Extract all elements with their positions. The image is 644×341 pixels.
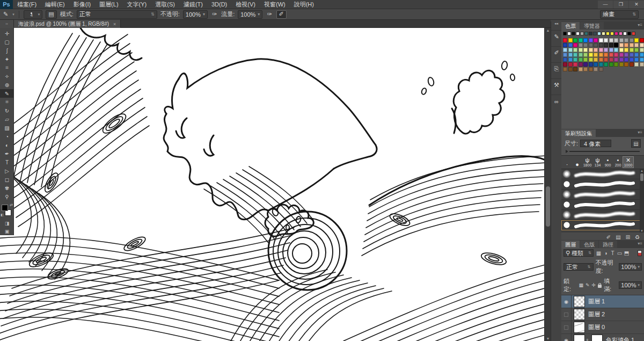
move-tool[interactable]: ✛ (0, 29, 14, 38)
color-swatch[interactable] (563, 57, 567, 62)
scroll-up-icon[interactable]: ▲ (640, 169, 644, 172)
color-swatch[interactable] (614, 57, 618, 62)
color-swatch[interactable] (609, 48, 613, 52)
filter-adjustment-icon[interactable]: ◑ (602, 250, 609, 256)
brush-tool[interactable]: ✎ (0, 89, 14, 98)
color-swatch[interactable] (568, 67, 573, 71)
lock-paint-icon[interactable]: ✎ (586, 282, 590, 288)
color-swatch[interactable] (640, 48, 644, 52)
color-swatch[interactable] (609, 53, 613, 57)
scroll-down-icon[interactable]: ▼ (640, 229, 644, 233)
color-swatch[interactable] (619, 48, 624, 52)
color-swatch[interactable] (594, 53, 598, 57)
swap-colors-icon[interactable]: ⇄ (10, 203, 13, 207)
brush-preset-row[interactable] (561, 220, 644, 230)
color-swatch[interactable] (583, 43, 588, 47)
recent-swatch[interactable] (632, 32, 635, 35)
color-swatch[interactable] (604, 53, 608, 57)
color-swatch[interactable] (624, 43, 628, 47)
minimize-button[interactable]: — (598, 1, 613, 9)
layer-opacity-field[interactable]: 100%▾ (619, 263, 642, 271)
brush-preset-row[interactable] (561, 169, 644, 179)
color-swatch[interactable] (624, 48, 628, 52)
canvas[interactable] (0, 28, 544, 341)
color-swatch[interactable] (640, 57, 644, 62)
layer-fill-field[interactable]: 100%▾ (619, 281, 642, 289)
menu-item-3[interactable]: 圖層(L) (95, 0, 122, 9)
color-swatch[interactable] (573, 53, 577, 57)
color-swatch[interactable] (583, 57, 588, 62)
crop-tool[interactable]: ⌗ (0, 63, 14, 72)
delete-icon[interactable]: ♻ (635, 234, 640, 240)
eyedropper-tool[interactable]: ✧ (0, 72, 14, 81)
blend-mode-select[interactable]: 正常⇅ (564, 263, 594, 271)
color-swatch[interactable] (609, 62, 613, 67)
color-swatch[interactable] (563, 43, 567, 47)
pen-tool[interactable]: ✒ (0, 149, 14, 158)
pressure-size-icon[interactable]: ✑ (266, 11, 273, 18)
pressure-opacity-icon[interactable]: ✑ (211, 11, 218, 18)
color-swatch[interactable] (589, 67, 593, 71)
type-tool[interactable]: T (0, 158, 14, 166)
color-swatch[interactable] (634, 38, 639, 42)
recent-swatch[interactable] (572, 32, 575, 35)
lock-move-icon[interactable]: ✛ (592, 282, 596, 288)
brush-type[interactable]: · (562, 157, 572, 168)
color-swatch[interactable] (619, 57, 624, 62)
recent-swatch[interactable] (619, 32, 623, 35)
menu-item-1[interactable]: 編輯(E) (41, 0, 69, 9)
recent-swatch[interactable] (589, 32, 592, 35)
brush-tool-icon[interactable]: ✎ (2, 11, 9, 18)
magic-wand-tool[interactable]: ✦ (0, 55, 14, 63)
brush-stroke-icon[interactable]: ✐ (606, 234, 611, 240)
menu-item-2[interactable]: 影像(I) (69, 0, 95, 9)
color-swatch[interactable] (604, 38, 608, 42)
color-swatch[interactable] (583, 67, 588, 71)
color-swatch[interactable] (634, 62, 639, 67)
brush-type[interactable]: •200 (613, 157, 623, 168)
brush-type[interactable]: ✕1000 (623, 157, 633, 168)
layer-row[interactable]: ◉∞色彩填色 1 (561, 334, 644, 341)
default-colors-icon[interactable]: ◧ (1, 213, 4, 216)
color-swatch[interactable] (589, 48, 593, 52)
recent-swatch[interactable] (584, 32, 588, 35)
color-swatch[interactable] (599, 67, 603, 71)
color-swatch[interactable] (568, 48, 573, 52)
gradient-tool[interactable]: ▨ (0, 124, 14, 132)
layer-row[interactable]: 圖層 2 (561, 308, 644, 321)
brush-type[interactable]: ● (572, 157, 582, 168)
color-swatch[interactable] (568, 57, 573, 62)
color-swatch[interactable] (568, 38, 573, 42)
new-preset-icon[interactable]: ⊞ (626, 234, 630, 240)
blur-tool[interactable]: ◔ (0, 132, 14, 141)
color-swatches-control[interactable]: ⇄ ◧ (0, 203, 14, 219)
brush-lock-icon[interactable]: ▤ (631, 139, 641, 148)
color-swatch[interactable] (589, 38, 593, 42)
visibility-eye-icon[interactable]: ◉ (561, 334, 572, 341)
brush-presets-icon[interactable]: ✐ (551, 46, 562, 59)
toggle-brush-panel-button[interactable]: ▤ (46, 10, 56, 19)
color-swatch[interactable] (624, 53, 628, 57)
color-swatch[interactable] (624, 57, 628, 62)
color-swatch[interactable] (614, 48, 618, 52)
filter-shape-icon[interactable]: ▭ (616, 250, 623, 256)
layer-thumbnail[interactable] (574, 322, 585, 333)
color-swatch[interactable] (624, 62, 628, 67)
color-swatch[interactable] (583, 48, 588, 52)
recent-swatch[interactable] (610, 32, 614, 35)
color-swatch[interactable] (630, 43, 634, 47)
workspace-select[interactable]: 繪畫⇅ (600, 10, 639, 19)
layer-row[interactable]: ◉圖層 1 (561, 295, 644, 308)
color-swatch[interactable] (604, 62, 608, 67)
tool-presets-icon[interactable]: ⚒ (551, 78, 562, 91)
color-swatch[interactable] (599, 57, 603, 62)
color-swatch[interactable] (568, 53, 573, 57)
zoom-tool[interactable]: ⚲ (0, 192, 14, 201)
color-swatch[interactable] (609, 38, 613, 42)
visibility-empty-box[interactable] (561, 308, 572, 321)
menu-item-8[interactable]: 檢視(V) (231, 0, 260, 9)
color-swatch[interactable] (573, 57, 577, 62)
color-swatch[interactable] (619, 38, 624, 42)
color-swatch[interactable] (594, 57, 598, 62)
tab-swatches[interactable]: 色票 (561, 22, 580, 30)
